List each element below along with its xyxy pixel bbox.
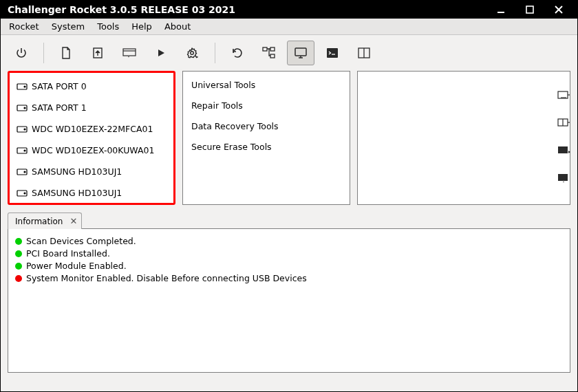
window-close-button[interactable] [544, 1, 573, 19]
svg-rect-11 [295, 48, 306, 56]
device-item[interactable]: SAMSUNG HD103UJ1 [14, 185, 169, 201]
toolbar [1, 35, 577, 71]
drive-icon [17, 190, 28, 197]
drive-icon [17, 83, 28, 90]
svg-point-25 [24, 171, 25, 173]
upload-icon[interactable] [84, 41, 111, 65]
document-icon[interactable] [52, 41, 80, 65]
drive-icon [17, 126, 28, 133]
window-split-icon[interactable] [116, 41, 143, 65]
refresh-icon[interactable] [224, 41, 251, 65]
dock-icon[interactable] [554, 170, 573, 185]
spare-panel [357, 71, 570, 205]
svg-rect-5 [123, 49, 136, 56]
main-area: SATA PORT 0 SATA PORT 1 WDC WD10EZEX-22M… [1, 71, 577, 205]
svg-rect-12 [327, 48, 338, 58]
device-item[interactable]: WDC WD10EZEX-00KUWA01 [14, 142, 169, 158]
info-row: Power Module Enabled. [15, 261, 563, 271]
svg-point-19 [24, 107, 25, 109]
information-panel: Scan Devices Completed. PCI Board Instal… [8, 228, 570, 373]
svg-rect-32 [558, 174, 568, 181]
play-icon[interactable] [147, 41, 175, 65]
dock-icon[interactable] [554, 142, 573, 157]
menu-bar: Rocket System Tools Help About [1, 19, 577, 35]
tool-label: Repair Tools [191, 100, 243, 111]
device-label: SAMSUNG HD103UJ1 [32, 166, 122, 177]
svg-point-17 [24, 86, 25, 87]
status-dot-green [15, 263, 22, 270]
tab-row: Information ✕ [8, 212, 570, 228]
info-text: Scan Devices Completed. [26, 236, 136, 246]
gear-icon[interactable] [179, 41, 206, 65]
tab-information[interactable]: Information ✕ [8, 213, 82, 229]
svg-rect-1 [526, 6, 533, 13]
tool-item[interactable]: Data Recovery Tools [187, 118, 345, 134]
info-text: Power Module Enabled. [26, 261, 127, 271]
menu-rocket[interactable]: Rocket [3, 20, 45, 33]
tool-label: Universal Tools [191, 80, 255, 90]
drive-icon [17, 168, 28, 175]
window-maximize-button[interactable] [515, 1, 544, 19]
menu-about[interactable]: About [159, 20, 196, 33]
status-dot-green [15, 238, 22, 245]
info-text: PCI Board Installed. [26, 248, 110, 259]
info-row: Scan Devices Completed. [15, 236, 563, 246]
power-icon[interactable] [8, 41, 35, 65]
device-label: SATA PORT 1 [32, 102, 87, 113]
svg-rect-31 [558, 146, 568, 153]
tool-item[interactable]: Universal Tools [187, 77, 345, 93]
toolbar-separator [43, 43, 44, 63]
svg-point-23 [24, 150, 25, 151]
device-label: SATA PORT 0 [32, 81, 87, 91]
device-label: SAMSUNG HD103UJ1 [32, 188, 122, 198]
tab-close-icon[interactable]: ✕ [69, 216, 77, 226]
device-item[interactable]: SATA PORT 1 [14, 100, 169, 116]
tool-label: Secure Erase Tools [191, 142, 272, 152]
svg-rect-8 [263, 47, 267, 51]
device-item[interactable]: WDC WD10EZEX-22MFCA01 [14, 121, 169, 137]
device-label: WDC WD10EZEX-22MFCA01 [32, 124, 153, 134]
menu-help[interactable]: Help [126, 20, 158, 33]
drive-icon [17, 147, 28, 154]
tool-item[interactable]: Secure Erase Tools [187, 139, 345, 155]
menu-tools[interactable]: Tools [92, 20, 125, 33]
tree-icon[interactable] [255, 41, 283, 65]
devices-panel: SATA PORT 0 SATA PORT 1 WDC WD10EZEX-22M… [8, 71, 175, 205]
status-dot-green [15, 250, 22, 257]
svg-point-21 [24, 129, 25, 130]
columns-icon[interactable] [350, 41, 378, 65]
terminal-icon[interactable] [319, 41, 346, 65]
tools-panel: Universal Tools Repair Tools Data Recove… [182, 71, 350, 205]
menu-system[interactable]: System [46, 20, 90, 33]
tab-label: Information [15, 217, 63, 226]
svg-point-7 [191, 52, 194, 55]
device-label: WDC WD10EZEX-00KUWA01 [32, 145, 154, 155]
svg-rect-9 [270, 47, 275, 51]
monitor-icon[interactable] [287, 41, 314, 65]
info-text: System Monitor Enabled. Disable Before c… [26, 273, 307, 283]
window-title: Challenger Rocket 3.0.5 RELEASE 03 2021 [8, 4, 486, 15]
title-bar: Challenger Rocket 3.0.5 RELEASE 03 2021 [1, 1, 577, 19]
status-dot-red [15, 275, 22, 282]
device-item[interactable]: SATA PORT 0 [14, 78, 169, 94]
tool-item[interactable]: Repair Tools [187, 98, 345, 113]
device-item[interactable]: SAMSUNG HD103UJ1 [14, 164, 169, 179]
svg-point-27 [24, 193, 25, 194]
toolbar-separator [215, 43, 215, 63]
dock-icon[interactable] [554, 115, 573, 130]
info-row: PCI Board Installed. [15, 248, 563, 259]
drive-icon [17, 105, 28, 111]
tool-label: Data Recovery Tools [191, 121, 279, 131]
svg-rect-10 [270, 54, 275, 58]
dock-icon[interactable] [554, 87, 573, 102]
right-dock [550, 79, 577, 185]
window-minimize-button[interactable] [486, 1, 515, 19]
info-row: System Monitor Enabled. Disable Before c… [15, 273, 563, 283]
